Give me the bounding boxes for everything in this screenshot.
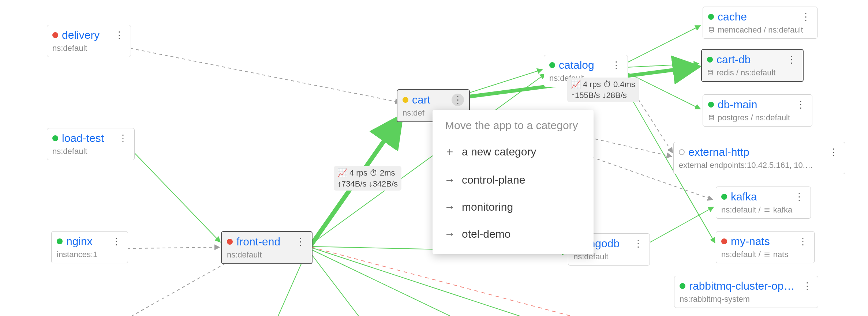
node-cache[interactable]: cache ⋮ memcached / ns:default (703, 7, 818, 39)
svg-line-17 (626, 26, 700, 63)
node-title: nginx (66, 235, 93, 248)
stack-icon (764, 252, 770, 257)
node-title: front-end (236, 236, 280, 248)
svg-line-4 (311, 249, 450, 316)
node-load-test[interactable]: load-test ⋮ ns:default (47, 128, 135, 160)
more-icon[interactable]: ⋮ (794, 98, 807, 111)
node-title: load-test (62, 132, 104, 144)
more-icon[interactable]: ⋮ (632, 237, 644, 250)
node-subtitle: ns:default / nats (721, 250, 809, 259)
svg-line-18 (626, 64, 699, 67)
more-icon[interactable]: ⋮ (800, 11, 812, 23)
node-title: delivery (62, 29, 100, 41)
node-my-nats[interactable]: my-nats ⋮ ns:default / nats (716, 231, 815, 263)
node-delivery[interactable]: delivery ⋮ ns:default (47, 25, 131, 57)
more-icon[interactable]: ⋮ (793, 191, 805, 203)
more-icon[interactable]: ⋮ (294, 236, 307, 248)
arrow-right-icon: → (445, 174, 454, 186)
more-icon[interactable]: ⋮ (110, 235, 123, 248)
arrow-right-icon: → (445, 228, 454, 240)
svg-point-25 (709, 115, 714, 117)
node-db-main[interactable]: db-main ⋮ postgres / ns:default (703, 94, 812, 127)
status-dot (403, 97, 408, 103)
status-dot (52, 135, 58, 141)
more-icon[interactable]: ⋮ (785, 53, 798, 66)
context-menu-title: Move the app to a category (433, 119, 594, 137)
node-title: kafka (731, 191, 757, 203)
status-dot (57, 238, 63, 244)
more-icon[interactable]: ⋮ (452, 94, 464, 106)
node-title: cart-db (717, 53, 751, 66)
status-dot (549, 62, 555, 68)
status-dot (680, 283, 685, 289)
status-dot (721, 194, 727, 200)
status-dot (707, 57, 713, 63)
node-subtitle: ns:rabbitmq-system (680, 294, 813, 304)
node-title: cart (412, 94, 430, 106)
status-dot (708, 102, 714, 108)
node-cart-db[interactable]: cart-db ⋮ redis / ns:default (701, 49, 804, 82)
status-dot (708, 14, 714, 20)
menu-item-otel-demo[interactable]: → otel-demo (433, 221, 594, 248)
node-subtitle: ns:default (52, 147, 129, 156)
node-subtitle: ns:default / kafka (721, 205, 805, 215)
node-title: external-http (688, 146, 749, 158)
svg-line-22 (648, 207, 714, 244)
node-external-http[interactable]: external-http ⋮ external endpoints:10.42… (673, 142, 845, 174)
status-dot (227, 239, 233, 245)
clock-icon: ⏱ (603, 79, 611, 90)
node-front-end[interactable]: front-end ⋮ ns:default (221, 231, 313, 264)
menu-item-label: control-plane (462, 174, 525, 186)
node-title: my-nats (731, 235, 770, 248)
more-icon[interactable]: ⋮ (797, 235, 809, 248)
svg-line-12 (457, 69, 542, 97)
edge-label-frontend-cart: 📈 4 rps ⏱ 2ms ↑734B/s ↓342B/s (334, 166, 401, 191)
node-rabbitmq[interactable]: rabbitmq-cluster-opera… ⋮ ns:rabbitmq-sy… (674, 276, 818, 308)
edge-label-cart-cartdb: 📈 4 rps ⏱ 0.4ms ↑155B/s ↓28B/s (567, 78, 639, 102)
database-icon (707, 69, 714, 76)
status-dot (52, 32, 58, 38)
menu-item-label: a new category (462, 146, 536, 158)
svg-point-23 (709, 27, 714, 29)
svg-line-7 (312, 247, 571, 316)
more-icon[interactable]: ⋮ (827, 146, 840, 158)
node-subtitle: instances:1 (57, 250, 123, 259)
node-subtitle: ns:default (52, 44, 126, 53)
context-menu[interactable]: Move the app to a category ＋ a new categ… (433, 110, 594, 254)
menu-item-label: monitoring (462, 201, 513, 213)
menu-item-new-category[interactable]: ＋ a new category (433, 137, 594, 166)
clock-icon: ⏱ (370, 168, 378, 178)
node-subtitle: external endpoints:10.42.5.161, 10.… (679, 161, 840, 170)
stack-icon (764, 207, 770, 213)
menu-item-label: otel-demo (462, 228, 510, 240)
node-subtitle: ns:default (227, 250, 307, 260)
svg-line-3 (313, 248, 520, 316)
node-kafka[interactable]: kafka ⋮ ns:default / kafka (716, 187, 811, 219)
node-subtitle: redis / ns:default (707, 68, 798, 78)
status-dot (721, 238, 727, 244)
svg-line-5 (309, 251, 359, 316)
plus-icon: ＋ (445, 144, 454, 159)
node-nginx[interactable]: nginx ⋮ instances:1 (51, 231, 128, 263)
database-icon (708, 114, 715, 121)
svg-line-9 (130, 48, 400, 102)
svg-line-11 (132, 263, 225, 316)
svg-line-8 (128, 146, 220, 242)
chart-icon: 📈 (571, 79, 581, 90)
chart-icon: 📈 (337, 168, 347, 178)
node-title: db-main (718, 98, 757, 111)
node-title: rabbitmq-cluster-opera… (689, 280, 798, 292)
node-title: cache (718, 11, 747, 23)
status-dot (679, 149, 685, 155)
svg-point-24 (708, 70, 712, 72)
more-icon[interactable]: ⋮ (802, 280, 813, 292)
more-icon[interactable]: ⋮ (610, 59, 622, 71)
node-subtitle: postgres / ns:default (708, 113, 807, 123)
database-icon (708, 27, 715, 33)
menu-item-monitoring[interactable]: → monitoring (433, 193, 594, 221)
more-icon[interactable]: ⋮ (117, 132, 129, 144)
node-subtitle: memcached / ns:default (708, 25, 812, 35)
more-icon[interactable]: ⋮ (113, 29, 126, 41)
node-title: catalog (559, 59, 594, 71)
menu-item-control-plane[interactable]: → control-plane (433, 166, 594, 193)
